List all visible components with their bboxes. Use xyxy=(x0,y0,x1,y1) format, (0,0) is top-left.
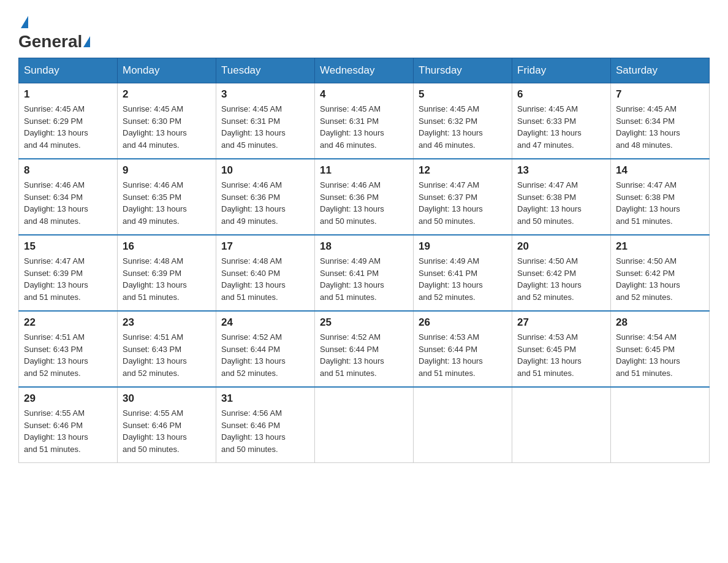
calendar-day-cell: 7Sunrise: 4:45 AMSunset: 6:34 PMDaylight… xyxy=(611,83,710,159)
day-number: 3 xyxy=(221,88,309,101)
day-number: 30 xyxy=(123,393,211,405)
logo: General xyxy=(18,12,92,47)
calendar-day-cell: 29Sunrise: 4:55 AMSunset: 6:46 PMDayligh… xyxy=(19,387,118,463)
calendar-day-cell xyxy=(512,387,611,463)
calendar-day-cell: 4Sunrise: 4:45 AMSunset: 6:31 PMDaylight… xyxy=(315,83,414,159)
logo-triangle-icon xyxy=(21,16,28,28)
day-info: Sunrise: 4:54 AMSunset: 6:45 PMDaylight:… xyxy=(616,331,704,379)
day-number: 25 xyxy=(320,316,408,329)
calendar-day-cell xyxy=(611,387,710,463)
day-info: Sunrise: 4:49 AMSunset: 6:41 PMDaylight:… xyxy=(419,255,507,303)
calendar-week-row: 8Sunrise: 4:46 AMSunset: 6:34 PMDaylight… xyxy=(19,159,710,235)
day-number: 22 xyxy=(24,316,112,329)
calendar-day-cell: 31Sunrise: 4:56 AMSunset: 6:46 PMDayligh… xyxy=(216,387,315,463)
calendar-week-row: 15Sunrise: 4:47 AMSunset: 6:39 PMDayligh… xyxy=(19,235,710,311)
day-info: Sunrise: 4:56 AMSunset: 6:46 PMDaylight:… xyxy=(221,407,309,455)
calendar-day-cell: 23Sunrise: 4:51 AMSunset: 6:43 PMDayligh… xyxy=(118,311,216,387)
day-info: Sunrise: 4:49 AMSunset: 6:41 PMDaylight:… xyxy=(320,255,408,303)
day-info: Sunrise: 4:50 AMSunset: 6:42 PMDaylight:… xyxy=(517,255,605,303)
weekday-header-wednesday: Wednesday xyxy=(315,58,414,83)
day-info: Sunrise: 4:47 AMSunset: 6:38 PMDaylight:… xyxy=(616,179,704,227)
day-info: Sunrise: 4:45 AMSunset: 6:29 PMDaylight:… xyxy=(24,103,112,151)
day-number: 18 xyxy=(320,240,408,253)
day-number: 9 xyxy=(123,164,211,177)
calendar-week-row: 29Sunrise: 4:55 AMSunset: 6:46 PMDayligh… xyxy=(19,387,710,463)
day-info: Sunrise: 4:51 AMSunset: 6:43 PMDaylight:… xyxy=(123,331,211,379)
day-number: 17 xyxy=(221,240,309,253)
day-info: Sunrise: 4:53 AMSunset: 6:45 PMDaylight:… xyxy=(517,331,605,379)
day-info: Sunrise: 4:45 AMSunset: 6:33 PMDaylight:… xyxy=(517,103,605,151)
calendar-day-cell: 28Sunrise: 4:54 AMSunset: 6:45 PMDayligh… xyxy=(611,311,710,387)
day-info: Sunrise: 4:52 AMSunset: 6:44 PMDaylight:… xyxy=(221,331,309,379)
calendar-day-cell: 26Sunrise: 4:53 AMSunset: 6:44 PMDayligh… xyxy=(414,311,512,387)
day-number: 8 xyxy=(24,164,112,177)
calendar-day-cell: 27Sunrise: 4:53 AMSunset: 6:45 PMDayligh… xyxy=(512,311,611,387)
day-info: Sunrise: 4:50 AMSunset: 6:42 PMDaylight:… xyxy=(616,255,704,303)
calendar-day-cell: 2Sunrise: 4:45 AMSunset: 6:30 PMDaylight… xyxy=(118,83,216,159)
calendar-day-cell: 18Sunrise: 4:49 AMSunset: 6:41 PMDayligh… xyxy=(315,235,414,311)
calendar-day-cell: 24Sunrise: 4:52 AMSunset: 6:44 PMDayligh… xyxy=(216,311,315,387)
day-info: Sunrise: 4:45 AMSunset: 6:32 PMDaylight:… xyxy=(419,103,507,151)
logo-general-text: General xyxy=(18,32,82,52)
day-info: Sunrise: 4:51 AMSunset: 6:43 PMDaylight:… xyxy=(24,331,112,379)
day-info: Sunrise: 4:46 AMSunset: 6:36 PMDaylight:… xyxy=(221,179,309,227)
day-number: 11 xyxy=(320,164,408,177)
day-info: Sunrise: 4:45 AMSunset: 6:31 PMDaylight:… xyxy=(320,103,408,151)
calendar-day-cell: 15Sunrise: 4:47 AMSunset: 6:39 PMDayligh… xyxy=(19,235,118,311)
day-number: 2 xyxy=(123,88,211,101)
day-number: 28 xyxy=(616,316,704,329)
day-info: Sunrise: 4:52 AMSunset: 6:44 PMDaylight:… xyxy=(320,331,408,379)
day-info: Sunrise: 4:48 AMSunset: 6:39 PMDaylight:… xyxy=(123,255,211,303)
calendar-day-cell: 30Sunrise: 4:55 AMSunset: 6:46 PMDayligh… xyxy=(118,387,216,463)
weekday-header-sunday: Sunday xyxy=(19,58,118,83)
day-number: 26 xyxy=(419,316,507,329)
day-number: 5 xyxy=(419,88,507,101)
calendar-day-cell: 20Sunrise: 4:50 AMSunset: 6:42 PMDayligh… xyxy=(512,235,611,311)
day-info: Sunrise: 4:47 AMSunset: 6:37 PMDaylight:… xyxy=(419,179,507,227)
calendar-day-cell: 5Sunrise: 4:45 AMSunset: 6:32 PMDaylight… xyxy=(414,83,512,159)
day-number: 15 xyxy=(24,240,112,253)
calendar-table: SundayMondayTuesdayWednesdayThursdayFrid… xyxy=(18,58,710,463)
day-number: 1 xyxy=(24,88,112,101)
day-info: Sunrise: 4:45 AMSunset: 6:30 PMDaylight:… xyxy=(123,103,211,151)
calendar-day-cell: 13Sunrise: 4:47 AMSunset: 6:38 PMDayligh… xyxy=(512,159,611,235)
day-info: Sunrise: 4:53 AMSunset: 6:44 PMDaylight:… xyxy=(419,331,507,379)
calendar-day-cell: 3Sunrise: 4:45 AMSunset: 6:31 PMDaylight… xyxy=(216,83,315,159)
day-number: 10 xyxy=(221,164,309,177)
calendar-day-cell: 11Sunrise: 4:46 AMSunset: 6:36 PMDayligh… xyxy=(315,159,414,235)
day-info: Sunrise: 4:46 AMSunset: 6:34 PMDaylight:… xyxy=(24,179,112,227)
day-number: 7 xyxy=(616,88,704,101)
day-number: 23 xyxy=(123,316,211,329)
day-info: Sunrise: 4:55 AMSunset: 6:46 PMDaylight:… xyxy=(123,407,211,455)
page-header: General xyxy=(18,12,710,47)
day-number: 19 xyxy=(419,240,507,253)
day-number: 12 xyxy=(419,164,507,177)
day-number: 4 xyxy=(320,88,408,101)
day-info: Sunrise: 4:47 AMSunset: 6:39 PMDaylight:… xyxy=(24,255,112,303)
day-info: Sunrise: 4:55 AMSunset: 6:46 PMDaylight:… xyxy=(24,407,112,455)
day-info: Sunrise: 4:45 AMSunset: 6:34 PMDaylight:… xyxy=(616,103,704,151)
weekday-header-thursday: Thursday xyxy=(414,58,512,83)
calendar-day-cell: 8Sunrise: 4:46 AMSunset: 6:34 PMDaylight… xyxy=(19,159,118,235)
day-info: Sunrise: 4:46 AMSunset: 6:36 PMDaylight:… xyxy=(320,179,408,227)
day-info: Sunrise: 4:46 AMSunset: 6:35 PMDaylight:… xyxy=(123,179,211,227)
day-info: Sunrise: 4:45 AMSunset: 6:31 PMDaylight:… xyxy=(221,103,309,151)
day-number: 31 xyxy=(221,393,309,405)
calendar-week-row: 22Sunrise: 4:51 AMSunset: 6:43 PMDayligh… xyxy=(19,311,710,387)
day-info: Sunrise: 4:47 AMSunset: 6:38 PMDaylight:… xyxy=(517,179,605,227)
weekday-header-row: SundayMondayTuesdayWednesdayThursdayFrid… xyxy=(19,58,710,83)
weekday-header-saturday: Saturday xyxy=(611,58,710,83)
day-number: 29 xyxy=(24,393,112,405)
calendar-day-cell: 14Sunrise: 4:47 AMSunset: 6:38 PMDayligh… xyxy=(611,159,710,235)
logo-icon xyxy=(83,36,90,47)
calendar-day-cell: 16Sunrise: 4:48 AMSunset: 6:39 PMDayligh… xyxy=(118,235,216,311)
calendar-day-cell: 1Sunrise: 4:45 AMSunset: 6:29 PMDaylight… xyxy=(19,83,118,159)
day-number: 27 xyxy=(517,316,605,329)
day-number: 6 xyxy=(517,88,605,101)
weekday-header-friday: Friday xyxy=(512,58,611,83)
calendar-day-cell: 22Sunrise: 4:51 AMSunset: 6:43 PMDayligh… xyxy=(19,311,118,387)
day-number: 21 xyxy=(616,240,704,253)
day-number: 20 xyxy=(517,240,605,253)
calendar-day-cell: 17Sunrise: 4:48 AMSunset: 6:40 PMDayligh… xyxy=(216,235,315,311)
day-info: Sunrise: 4:48 AMSunset: 6:40 PMDaylight:… xyxy=(221,255,309,303)
